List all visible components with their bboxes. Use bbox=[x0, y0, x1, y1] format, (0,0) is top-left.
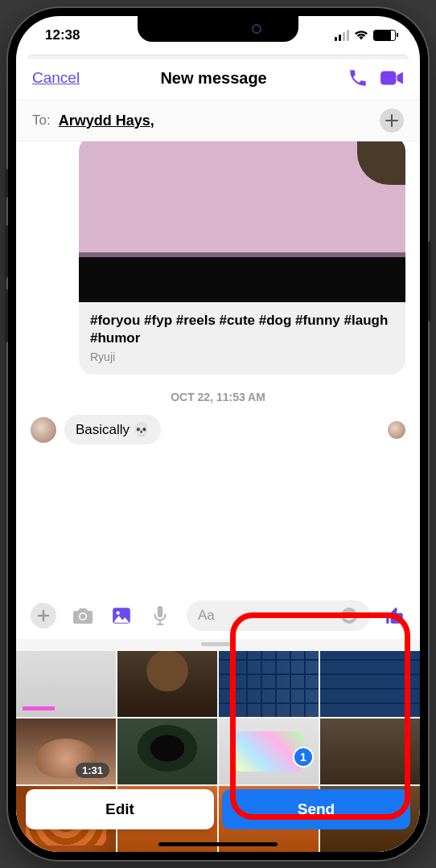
svg-rect-5 bbox=[158, 606, 163, 617]
picker-actions: Edit Send bbox=[26, 789, 410, 829]
cellular-icon bbox=[335, 30, 349, 41]
drag-handle[interactable] bbox=[201, 642, 235, 646]
more-actions-button[interactable] bbox=[31, 603, 56, 628]
to-label: To: bbox=[32, 113, 51, 129]
shared-card-image bbox=[79, 141, 405, 302]
shared-card-caption: #foryou #fyp #reels #cute #dog #funny #l… bbox=[90, 312, 394, 347]
power-button bbox=[428, 241, 431, 321]
photo-thumbnail[interactable] bbox=[320, 719, 420, 784]
notch bbox=[138, 16, 298, 42]
photo-thumbnail[interactable] bbox=[219, 651, 319, 717]
photo-thumbnail[interactable] bbox=[117, 719, 217, 784]
photo-picker: 1:31 1 Edit Send bbox=[16, 639, 420, 852]
cancel-button[interactable]: Cancel bbox=[32, 69, 80, 87]
svg-rect-0 bbox=[380, 71, 396, 84]
thumbs-up-button[interactable] bbox=[385, 605, 405, 626]
video-call-icon[interactable] bbox=[380, 68, 404, 88]
photo-thumbnail[interactable] bbox=[320, 651, 420, 717]
photo-thumbnail-selected[interactable]: 1 bbox=[219, 719, 319, 784]
screen: 12:38 Cancel New message bbox=[16, 16, 420, 852]
input-placeholder: Aa bbox=[198, 608, 215, 624]
svg-point-6 bbox=[341, 608, 357, 624]
message-row: Basically 💀 bbox=[31, 415, 405, 444]
camera-button[interactable] bbox=[71, 604, 95, 628]
photo-thumbnail[interactable] bbox=[16, 651, 116, 717]
header: Cancel New message bbox=[16, 59, 420, 100]
composer-row: Aa bbox=[16, 592, 420, 639]
svg-point-2 bbox=[80, 614, 86, 620]
emoji-picker-icon[interactable] bbox=[339, 606, 359, 625]
home-indicator[interactable] bbox=[158, 842, 278, 846]
skull-emoji: 💀 bbox=[133, 421, 150, 438]
timestamp: OCT 22, 11:53 AM bbox=[31, 391, 405, 403]
plus-icon bbox=[385, 114, 398, 127]
recipient-chip[interactable]: Arwydd Hays, bbox=[59, 113, 154, 129]
message-input[interactable]: Aa bbox=[187, 600, 370, 631]
message-bubble[interactable]: Basically 💀 bbox=[64, 415, 161, 444]
shared-card-author: Ryuji bbox=[90, 350, 394, 363]
status-indicators bbox=[335, 30, 396, 41]
battery-icon bbox=[373, 30, 396, 41]
svg-point-8 bbox=[351, 613, 353, 616]
selection-count-badge: 1 bbox=[293, 747, 314, 768]
read-receipt-avatar bbox=[388, 421, 405, 439]
video-duration-badge: 1:31 bbox=[76, 763, 109, 778]
message-text: Basically bbox=[76, 422, 130, 438]
video-thumbnail[interactable]: 1:31 bbox=[16, 719, 116, 784]
microphone-button[interactable] bbox=[148, 604, 172, 628]
volume-up bbox=[5, 225, 8, 278]
send-button[interactable]: Send bbox=[222, 789, 410, 829]
svg-point-4 bbox=[117, 612, 120, 615]
chat-area[interactable]: #foryou #fyp #reels #cute #dog #funny #l… bbox=[16, 141, 420, 592]
photo-thumbnail[interactable] bbox=[117, 651, 217, 717]
phone-frame: 12:38 Cancel New message bbox=[8, 8, 428, 860]
shared-content-card[interactable]: #foryou #fyp #reels #cute #dog #funny #l… bbox=[79, 141, 405, 375]
svg-point-7 bbox=[345, 613, 348, 616]
wifi-icon bbox=[354, 30, 368, 41]
audio-call-icon[interactable] bbox=[348, 68, 368, 88]
plus-icon bbox=[37, 609, 50, 622]
edit-button[interactable]: Edit bbox=[26, 789, 214, 829]
volume-down bbox=[5, 289, 8, 342]
gallery-button[interactable] bbox=[109, 604, 134, 628]
page-title: New message bbox=[160, 69, 266, 88]
status-time: 12:38 bbox=[45, 27, 80, 43]
recipient-row: To: Arwydd Hays, bbox=[16, 100, 420, 141]
mute-switch bbox=[5, 169, 8, 198]
avatar[interactable] bbox=[31, 417, 56, 443]
add-recipient-button[interactable] bbox=[380, 108, 404, 133]
